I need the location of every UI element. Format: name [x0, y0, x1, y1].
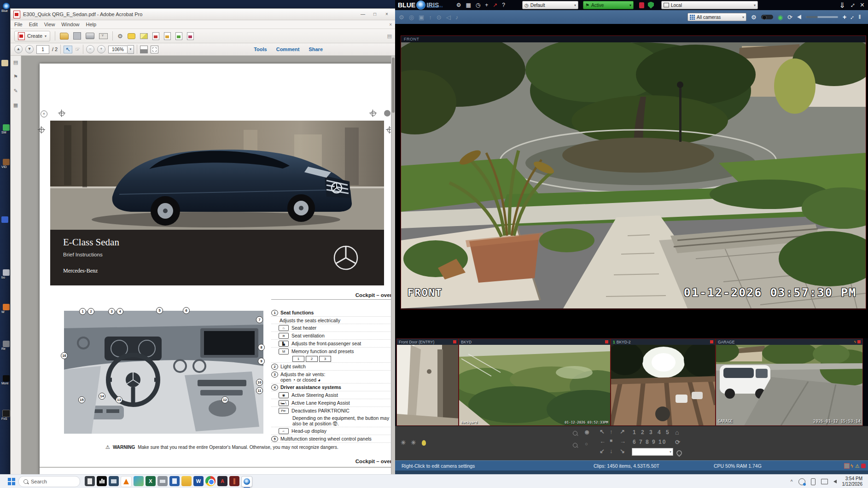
- bookmarks-icon[interactable]: ⚑: [13, 74, 18, 80]
- speaker-icon[interactable]: [797, 15, 801, 19]
- sign-icon[interactable]: [187, 32, 194, 40]
- document-pane[interactable]: ×: [21, 56, 396, 475]
- close-icon[interactable]: ×: [860, 1, 864, 10]
- main-camera-video[interactable]: FRONT 01-12-2026 03:57:30 PM: [401, 42, 866, 308]
- taskbar-app-chrome[interactable]: [205, 476, 216, 486]
- toolbar-options-icon[interactable]: ▤: [387, 33, 392, 39]
- search-input[interactable]: Search: [18, 476, 80, 487]
- taskbar-app-vlc[interactable]: [121, 476, 132, 487]
- schedule-clock-icon[interactable]: ◷: [476, 2, 480, 8]
- camera-thumb-bkyd[interactable]: BKYD Backyard 01-12-2026 03:52:33PM: [459, 338, 611, 426]
- comment-bubble-icon[interactable]: [128, 33, 135, 39]
- taskbar-app-excel[interactable]: X: [146, 476, 156, 486]
- taskbar-app-notepad[interactable]: [85, 476, 95, 486]
- iris-open-icon[interactable]: ◉: [585, 429, 589, 435]
- ptz-down-left[interactable]: ↙: [600, 447, 605, 454]
- start-button[interactable]: [6, 476, 17, 487]
- menu-edit[interactable]: Edit: [29, 22, 38, 27]
- desktop-icon-w[interactable]: W: [1, 304, 11, 314]
- taskbar-app-file-explorer[interactable]: [181, 476, 192, 486]
- zoom-out-icon[interactable]: [573, 442, 577, 449]
- fullscreen-icon[interactable]: ↕: [848, 0, 857, 9]
- ptz-stop[interactable]: ■: [610, 438, 612, 443]
- blueiris-titlebar[interactable]: BLUE IRIS SECURITY ⚙ ▦ ◷ + ↗ ? ◷ Default…: [395, 0, 868, 10]
- share-link[interactable]: Share: [309, 46, 323, 52]
- ptz-pin-icon[interactable]: [676, 449, 683, 457]
- desktop-icon-blueiris[interactable]: Blue: [1, 3, 11, 12]
- bkyd2-video[interactable]: [611, 345, 715, 425]
- shield-icon[interactable]: [648, 2, 654, 9]
- menu-window[interactable]: Window: [61, 22, 79, 27]
- ptz-down[interactable]: ↓: [610, 447, 613, 454]
- trigger-flash-icon[interactable]: ϟ: [851, 463, 853, 469]
- minimize-to-tray-icon[interactable]: ⇓: [839, 1, 845, 10]
- ptz-pan-icon[interactable]: +: [485, 2, 488, 8]
- cam-mic-icon[interactable]: ♪: [455, 14, 459, 21]
- desktop-icon-bo[interactable]: bo: [1, 269, 11, 279]
- zoom-in-icon[interactable]: +: [97, 45, 105, 53]
- fit-page-icon[interactable]: [151, 46, 158, 53]
- camera-thumb-front-door[interactable]: Front Door (ENTRY): [396, 338, 459, 426]
- settings-gear-icon[interactable]: ⚙: [456, 2, 461, 8]
- zoom-out-icon[interactable]: −: [86, 45, 94, 53]
- ptz-left[interactable]: ←: [600, 438, 606, 445]
- front-door-video[interactable]: [397, 345, 458, 425]
- location-dropdown[interactable]: Local ▾: [661, 1, 758, 9]
- profile-dropdown[interactable]: ◷ Default ▾: [522, 1, 578, 9]
- zoom-level-select[interactable]: 106%: [108, 46, 128, 53]
- document-close-icon[interactable]: ×: [389, 22, 392, 27]
- ptz-presets-row2[interactable]: 6 7 8 9 10: [633, 439, 666, 445]
- taskbar-app-stocks[interactable]: [97, 476, 107, 486]
- ptz-down-right[interactable]: ↘: [620, 447, 625, 454]
- acrobat-titlebar[interactable]: E300_Quick QRG_E_Sedan.pdf - Adobe Acrob…: [11, 9, 396, 20]
- menu-help[interactable]: Help: [86, 22, 96, 27]
- cam-audio-icon[interactable]: ◁: [446, 14, 451, 21]
- ir-light-bulb-icon[interactable]: [422, 440, 426, 446]
- menu-file[interactable]: File: [14, 22, 23, 27]
- desktop-icon-vid[interactable]: VID: [1, 159, 11, 168]
- open-file-icon[interactable]: [60, 33, 69, 40]
- select-tool-icon[interactable]: ↖: [64, 46, 72, 53]
- cam-snapshot-icon[interactable]: ▣: [419, 14, 424, 21]
- scroll-mode-icon[interactable]: [140, 46, 148, 53]
- iris-close-icon[interactable]: ○: [585, 441, 588, 447]
- all-cameras-dropdown[interactable]: All cameras ▾: [687, 13, 746, 21]
- desktop-icon-sm[interactable]: SM: [1, 124, 11, 134]
- create-button[interactable]: Create ▾: [14, 31, 50, 41]
- maximize-button[interactable]: □: [369, 11, 381, 18]
- add-icon[interactable]: +: [843, 13, 846, 21]
- ptz-right[interactable]: →: [620, 438, 626, 445]
- zoom-in-icon[interactable]: [573, 430, 577, 437]
- camera-thumb-bkyd2[interactable]: 1BKYD-2: [611, 338, 716, 426]
- error-icon[interactable]: [861, 464, 866, 468]
- hand-tool-icon[interactable]: ☞: [75, 46, 80, 52]
- layers-icon[interactable]: ▦: [13, 102, 18, 108]
- onedrive-sync-icon[interactable]: [798, 478, 805, 485]
- ptz-home-icon[interactable]: ⌂: [675, 429, 679, 436]
- record-toggle[interactable]: [761, 15, 773, 19]
- desktop-icon[interactable]: [1, 60, 8, 66]
- alert-warning-icon[interactable]: ⚠: [855, 463, 859, 469]
- taskbar-app-blueiris-active[interactable]: [241, 476, 252, 487]
- page-thumbnails-icon[interactable]: ▤: [13, 59, 18, 65]
- contrast-sun-icon[interactable]: ☀: [411, 439, 416, 446]
- desktop-icon-fxs[interactable]: FxS: [1, 410, 11, 420]
- auto-cycle-icon[interactable]: ◉: [778, 14, 783, 21]
- taskbar-app-files[interactable]: [109, 476, 119, 486]
- ptz-up-left[interactable]: ↖: [600, 428, 605, 435]
- highlight-icon[interactable]: [140, 33, 148, 39]
- comment-link[interactable]: Comment: [276, 46, 300, 52]
- bkyd-video[interactable]: [459, 345, 610, 425]
- previous-page-button[interactable]: ▲: [14, 45, 23, 53]
- print-icon[interactable]: [86, 33, 94, 39]
- clips-db-icon[interactable]: [844, 463, 850, 469]
- attachments-icon[interactable]: ✎: [13, 88, 17, 94]
- cam-power-icon[interactable]: ⊙: [437, 14, 442, 21]
- brightness-icon[interactable]: ☀: [401, 439, 406, 446]
- desktop-icon[interactable]: [1, 216, 8, 223]
- network-monitor-icon[interactable]: [821, 479, 828, 484]
- stats-chart-icon[interactable]: ↗: [493, 2, 497, 8]
- page-number-input[interactable]: [36, 45, 49, 54]
- desktop-icon-re[interactable]: Re: [1, 341, 11, 350]
- volume-speaker-icon[interactable]: [833, 480, 837, 483]
